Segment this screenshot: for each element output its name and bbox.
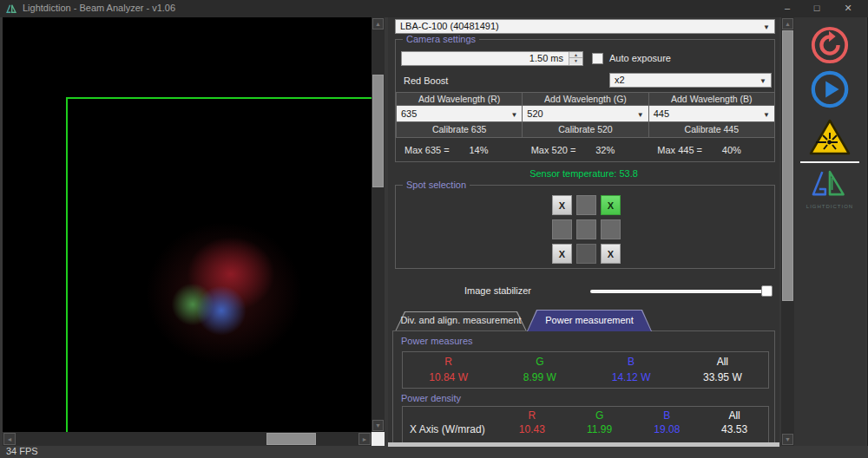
red-boost-label: Red Boost bbox=[404, 75, 448, 86]
wavelength-g-select[interactable]: 520 ▼ bbox=[523, 106, 648, 122]
wavelength-table: Add Wavelength (R) 635 ▼ Calibrate 635 A… bbox=[396, 92, 775, 138]
minimize-button[interactable]: – bbox=[773, 0, 802, 17]
image-stabilizer-label: Image stabilizer bbox=[464, 285, 531, 296]
fps-counter: 34 FPS bbox=[6, 446, 38, 456]
calibrate-r-button[interactable]: Calibrate 635 bbox=[397, 122, 522, 137]
spot-cell[interactable] bbox=[601, 219, 621, 239]
camera-settings-label: Camera settings bbox=[403, 34, 479, 44]
spot-selection-group: Spot selection X X X X bbox=[395, 185, 775, 269]
density-all-value: 43.53 bbox=[700, 423, 768, 435]
max-b-value: 40% bbox=[722, 145, 741, 155]
panel-vertical-scrollbar[interactable]: ▲ ▼ bbox=[781, 17, 794, 446]
col-header-all: All bbox=[677, 356, 768, 368]
app-window: Lightdiction - Beam Analyzer - v1.06 – □… bbox=[0, 0, 868, 458]
device-selector[interactable]: LBA-C-100 (40481491) ▼ bbox=[395, 19, 775, 34]
spot-selection-label: Spot selection bbox=[403, 180, 470, 190]
wavelength-r-select[interactable]: 635 ▼ bbox=[397, 106, 522, 122]
power-density-label: Power density bbox=[401, 393, 461, 403]
calibrate-g-button[interactable]: Calibrate 520 bbox=[523, 122, 648, 137]
wavelength-column-g: Add Wavelength (G) 520 ▼ Calibrate 520 bbox=[522, 93, 648, 137]
spot-cell[interactable]: X bbox=[601, 244, 621, 264]
slider-thumb[interactable] bbox=[761, 285, 773, 297]
device-selector-value: LBA-C-100 (40481491) bbox=[400, 21, 499, 31]
scroll-up-icon[interactable]: ▲ bbox=[782, 18, 793, 29]
add-wavelength-g-button[interactable]: Add Wavelength (G) bbox=[523, 93, 648, 106]
density-b-value: 19.08 bbox=[634, 423, 701, 435]
spot-cell[interactable]: X bbox=[552, 195, 572, 215]
scrollbar-thumb[interactable] bbox=[266, 433, 316, 445]
red-boost-select[interactable]: x2 ▼ bbox=[609, 73, 772, 88]
window-title: Lightdiction - Beam Analyzer - v1.06 bbox=[23, 3, 175, 13]
camera-vertical-scrollbar[interactable]: ▲ ▼ bbox=[372, 17, 385, 432]
tab-label: Power measurement bbox=[527, 315, 652, 325]
scroll-down-icon[interactable]: ▼ bbox=[372, 420, 384, 431]
camera-settings-group: Camera settings 1.50 ms ▲▼ Auto exposure… bbox=[395, 39, 775, 162]
scroll-left-icon[interactable]: ◄ bbox=[3, 433, 16, 445]
power-density-table: R G B All X Axis (W/mrad) 10.43 11.99 19… bbox=[402, 406, 769, 443]
scrollbar-corner bbox=[372, 432, 385, 446]
spot-cell[interactable] bbox=[576, 195, 596, 215]
add-wavelength-r-button[interactable]: Add Wavelength (R) bbox=[397, 93, 522, 106]
wavelength-column-r: Add Wavelength (R) 635 ▼ Calibrate 635 bbox=[397, 93, 522, 137]
close-button[interactable]: ✕ bbox=[833, 0, 863, 17]
spot-cell[interactable] bbox=[576, 219, 596, 239]
reset-button[interactable] bbox=[810, 25, 850, 65]
max-r-label: Max 635 = bbox=[404, 145, 450, 155]
wavelength-g-value: 520 bbox=[527, 108, 542, 119]
camera-horizontal-scrollbar[interactable]: ◄ ► bbox=[3, 432, 372, 446]
panel-horizontal-scrollbar[interactable] bbox=[388, 442, 779, 447]
chevron-down-icon: ▼ bbox=[763, 21, 770, 34]
scrollbar-thumb[interactable] bbox=[372, 75, 384, 187]
lightdiction-logo: LIGHTDICTION bbox=[802, 168, 858, 209]
spot-cell[interactable] bbox=[552, 219, 572, 239]
density-g-value: 11.99 bbox=[566, 423, 634, 435]
auto-exposure-checkbox[interactable] bbox=[592, 53, 603, 64]
stepper-down-icon[interactable]: ▼ bbox=[569, 58, 582, 64]
sensor-temperature: Sensor temperature: 53.8 bbox=[388, 168, 779, 179]
col-header-r: R bbox=[403, 356, 494, 368]
maximize-button[interactable]: □ bbox=[802, 0, 832, 17]
slider-track[interactable] bbox=[590, 290, 773, 293]
chevron-down-icon: ▼ bbox=[760, 75, 766, 88]
col-header-r: R bbox=[498, 409, 566, 422]
table-row: X Axis (W/mrad) 10.43 11.99 19.08 43.53 bbox=[403, 423, 768, 435]
tab-div-align-measurement[interactable]: Div. and align. measurement bbox=[395, 311, 527, 331]
col-header-g: G bbox=[494, 356, 585, 368]
spot-grid: X X X X bbox=[552, 195, 621, 264]
col-header-b: B bbox=[586, 356, 677, 368]
beam-boundary-rect bbox=[66, 97, 372, 432]
play-button[interactable] bbox=[810, 69, 850, 109]
scroll-down-icon[interactable]: ▼ bbox=[782, 434, 793, 445]
col-header-b: B bbox=[634, 409, 701, 422]
tab-label: Div. and align. measurement bbox=[395, 315, 527, 325]
max-b: Max 445 = 40% bbox=[648, 145, 775, 155]
stepper-up-icon[interactable]: ▲ bbox=[569, 52, 582, 58]
x-axis-row-label: X Axis (W/mrad) bbox=[403, 423, 498, 435]
sidebar-divider bbox=[800, 161, 859, 163]
power-all-value: 33.95 W bbox=[677, 371, 768, 383]
app-logo-icon bbox=[5, 3, 17, 15]
exposure-stepper[interactable]: ▲▼ bbox=[569, 52, 582, 65]
power-b-value: 14.12 W bbox=[586, 371, 677, 383]
density-r-value: 10.43 bbox=[498, 423, 566, 435]
image-stabilizer-slider[interactable] bbox=[590, 285, 773, 298]
add-wavelength-b-button[interactable]: Add Wavelength (B) bbox=[649, 93, 774, 106]
chevron-down-icon: ▼ bbox=[763, 108, 770, 123]
calibrate-b-button[interactable]: Calibrate 445 bbox=[649, 122, 774, 137]
control-panel: LBA-C-100 (40481491) ▼ Camera settings 1… bbox=[388, 17, 779, 443]
spot-cell[interactable] bbox=[576, 244, 596, 264]
scrollbar-thumb[interactable] bbox=[782, 30, 793, 301]
scroll-right-icon[interactable]: ► bbox=[358, 433, 371, 445]
wavelength-b-select[interactable]: 445 ▼ bbox=[649, 106, 774, 122]
max-g-label: Max 520 = bbox=[531, 145, 576, 155]
auto-exposure-label: Auto exposure bbox=[609, 53, 671, 63]
exposure-input[interactable]: 1.50 ms bbox=[401, 51, 583, 66]
tab-power-measurement[interactable]: Power measurement bbox=[527, 310, 652, 331]
spot-cell[interactable]: X bbox=[552, 244, 572, 264]
max-r: Max 635 = 14% bbox=[396, 145, 523, 155]
chevron-down-icon: ▼ bbox=[510, 108, 517, 123]
scroll-up-icon[interactable]: ▲ bbox=[372, 18, 384, 29]
power-g-value: 8.99 W bbox=[494, 371, 585, 383]
spot-cell[interactable]: X bbox=[601, 195, 621, 215]
camera-viewport[interactable] bbox=[3, 17, 372, 432]
